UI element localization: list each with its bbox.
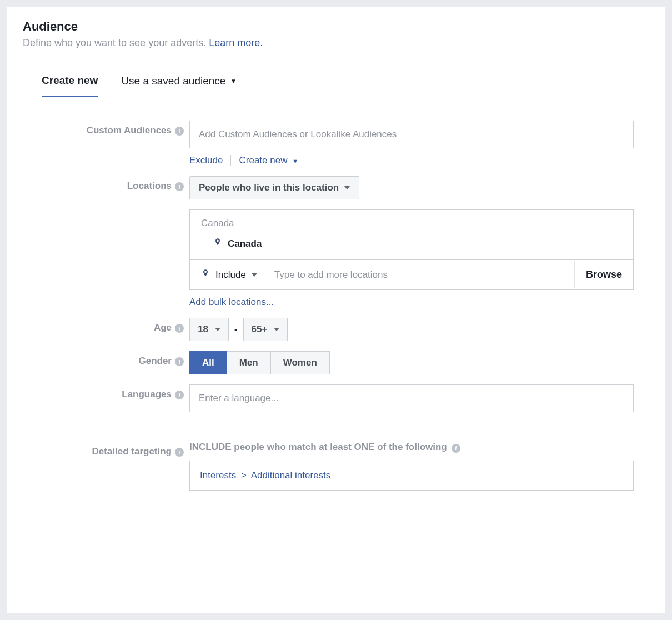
caret-down-icon [215,328,220,331]
label-gender-text: Gender [138,356,172,367]
location-mode-dropdown[interactable]: People who live in this location [189,176,359,199]
form-body: Custom Audiences i Exclude Create new ▼ … [7,97,665,491]
field-detailed-targeting: INCLUDE people who match at least ONE of… [189,442,634,491]
exclude-link[interactable]: Exclude [189,155,223,166]
custom-audiences-sublinks: Exclude Create new ▼ [189,155,634,166]
age-max-dropdown[interactable]: 65+ [243,318,288,341]
location-item[interactable]: Canada [190,233,633,259]
info-icon[interactable]: i [175,324,184,333]
field-languages [189,384,634,412]
detailed-include-heading: INCLUDE people who match at least ONE of… [189,442,634,453]
create-new-audience-label: Create new [239,155,287,166]
field-custom-audiences: Exclude Create new ▼ [189,121,634,166]
section-divider [34,426,634,426]
field-locations: People who live in this location Canada … [189,176,634,308]
age-dash: - [234,324,238,335]
caret-down-icon: ▼ [292,158,298,164]
breadcrumb-separator: > [241,470,247,481]
browse-button[interactable]: Browse [574,261,633,288]
detailed-targeting-box: Interests > Additional interests [189,461,634,491]
gender-men-button[interactable]: Men [227,351,271,374]
age-max-value: 65+ [252,324,268,335]
audience-tabs: Create new Use a saved audience ▼ [7,52,665,97]
breadcrumb-additional-interests[interactable]: Additional interests [251,470,331,481]
field-age: 18 - 65+ [189,318,634,341]
field-gender: All Men Women [189,351,634,374]
include-label: Include [215,269,246,281]
info-icon[interactable]: i [175,391,184,399]
location-group-header: Canada [190,210,633,233]
label-locations-text: Locations [127,181,172,192]
row-locations: Locations i People who live in this loca… [7,176,634,308]
label-detailed-targeting: Detailed targeting i [7,442,189,491]
tab-create-new[interactable]: Create new [42,74,98,97]
info-icon[interactable]: i [452,444,460,453]
divider [230,155,231,166]
label-detailed-targeting-text: Detailed targeting [92,446,172,457]
info-icon[interactable]: i [175,127,184,136]
label-languages: Languages i [7,384,189,412]
gender-toggle-group: All Men Women [189,351,634,374]
page-subtitle: Define who you want to see your adverts.… [23,37,649,49]
row-languages: Languages i [7,384,634,412]
caret-down-icon: ▼ [230,77,237,85]
row-custom-audiences: Custom Audiences i Exclude Create new ▼ [7,121,634,166]
tab-create-new-label: Create new [42,74,98,87]
caret-down-icon [252,273,257,277]
tab-use-saved[interactable]: Use a saved audience ▼ [121,74,237,97]
row-gender: Gender i All Men Women [7,351,634,374]
info-icon[interactable]: i [175,182,184,191]
map-pin-icon [213,237,222,251]
subtitle-text: Define who you want to see your adverts. [23,37,209,48]
detailed-breadcrumb: Interests > Additional interests [200,470,623,481]
gender-women-button[interactable]: Women [270,351,330,374]
label-custom-audiences: Custom Audiences i [7,121,189,166]
languages-input[interactable] [189,384,634,412]
age-min-dropdown[interactable]: 18 [189,318,229,341]
label-locations: Locations i [7,176,189,308]
svg-point-1 [204,271,206,273]
location-search-input[interactable] [265,262,574,288]
location-input-row: Include Browse [190,259,633,289]
age-min-value: 18 [198,324,208,335]
caret-down-icon [344,186,350,189]
label-custom-audiences-text: Custom Audiences [87,125,172,136]
add-bulk-locations-link[interactable]: Add bulk locations... [189,297,274,308]
page-title: Audience [23,19,649,34]
caret-down-icon [274,328,279,331]
location-mode-label: People who live in this location [199,182,339,193]
label-languages-text: Languages [122,389,172,400]
locations-box: Canada Canada Include [189,209,634,290]
map-pin-icon [201,268,210,282]
info-icon[interactable]: i [175,448,184,457]
tab-use-saved-label: Use a saved audience [121,75,225,87]
custom-audiences-input[interactable] [189,121,634,148]
detailed-include-heading-text: INCLUDE people who match at least ONE of… [189,442,447,453]
label-gender: Gender i [7,351,189,374]
learn-more-link[interactable]: Learn more. [209,37,263,48]
audience-panel: Audience Define who you want to see your… [7,7,665,613]
label-age-text: Age [154,322,172,333]
gender-all-button[interactable]: All [189,351,227,374]
include-dropdown[interactable]: Include [190,260,265,289]
row-detailed-targeting: Detailed targeting i INCLUDE people who … [7,442,634,491]
label-age: Age i [7,318,189,341]
create-new-audience-link[interactable]: Create new ▼ [239,155,298,166]
info-icon[interactable]: i [175,357,184,366]
breadcrumb-interests[interactable]: Interests [200,470,236,481]
row-age: Age i 18 - 65+ [7,318,634,341]
panel-header: Audience Define who you want to see your… [7,7,665,52]
location-item-name: Canada [228,238,262,249]
